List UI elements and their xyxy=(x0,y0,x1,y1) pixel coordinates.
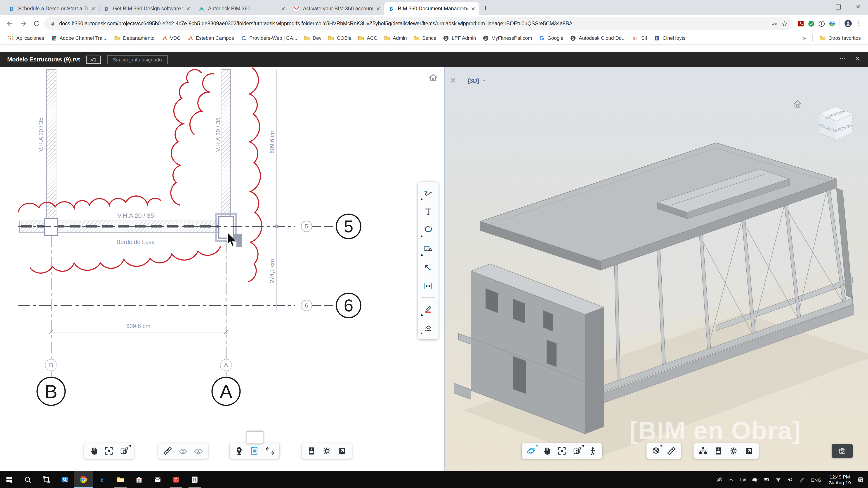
set-assignment-button[interactable]: Sin conjunto asignado xyxy=(107,55,168,64)
settings[interactable] xyxy=(726,444,741,458)
taskbar-app-c[interactable]: C xyxy=(167,471,185,488)
bookmark-3[interactable]: VDC xyxy=(158,33,183,43)
browser-tab-3[interactable]: Activate your BIM 360 account... xyxy=(289,2,384,15)
bookmark-2[interactable]: Departamento xyxy=(111,33,157,43)
browser-tab-1[interactable]: BGet BIM 360 Design software for xyxy=(99,2,194,15)
bookmark-12[interactable]: MyFitnessPal.com xyxy=(480,33,535,43)
view-cube[interactable]: SUPERIOR IZQUIERDA FRONTAL xyxy=(815,104,858,144)
cloud-tool[interactable] xyxy=(421,223,435,238)
measure-tool[interactable] xyxy=(160,444,175,458)
bookmark-16[interactable]: HCineHoyts xyxy=(651,33,688,43)
tab-close-icon[interactable] xyxy=(91,6,96,11)
taskbar-mail[interactable] xyxy=(148,471,167,488)
pdf-extension-icon[interactable] xyxy=(797,20,805,27)
people-icon[interactable] xyxy=(713,476,725,483)
battery-icon[interactable] xyxy=(761,476,772,483)
pen-icon[interactable] xyxy=(796,476,807,483)
tray-expand-icon[interactable] xyxy=(725,476,737,483)
tab-close-icon[interactable] xyxy=(471,6,475,11)
other-favorites-folder[interactable]: Otros favoritos xyxy=(817,33,864,43)
onedrive-icon[interactable] xyxy=(749,476,761,483)
wifi-icon[interactable] xyxy=(772,476,784,483)
model-browser[interactable] xyxy=(696,444,710,458)
taskbar-file-explorer[interactable] xyxy=(111,471,130,488)
close-window-button[interactable]: ✕ xyxy=(848,0,868,13)
2d-sheet-canvas[interactable]: 5 5 6 6 B B A xyxy=(0,67,444,471)
version-badge[interactable]: V1 xyxy=(86,55,101,64)
browser-tab-2[interactable]: Autodesk BIM 360 xyxy=(194,2,289,15)
settings[interactable] xyxy=(320,444,334,458)
taskbar-search-button[interactable] xyxy=(19,471,37,488)
bookmark-1[interactable]: Adobe Channel Trai... xyxy=(48,33,111,43)
appearance[interactable] xyxy=(191,444,206,458)
taskbar-revit[interactable]: R xyxy=(185,471,204,488)
fit-to-view[interactable] xyxy=(102,444,116,458)
bookmark-10[interactable]: Sence xyxy=(410,33,439,43)
pan-tool[interactable] xyxy=(86,444,101,458)
minimize-button[interactable] xyxy=(808,0,828,13)
bookmark-11[interactable]: LPF Admin xyxy=(440,33,479,43)
fill-style-tool[interactable] xyxy=(421,320,435,335)
section-tool[interactable] xyxy=(649,444,663,458)
view-selector[interactable]: {3D} xyxy=(467,77,487,84)
sphere-extension-icon[interactable] xyxy=(828,20,836,27)
first-person[interactable] xyxy=(585,444,600,458)
display-icon[interactable] xyxy=(737,476,749,483)
pan-tool[interactable] xyxy=(539,444,554,458)
taskbar-task-view-button[interactable] xyxy=(37,471,56,488)
volume-icon[interactable] xyxy=(784,476,796,483)
3d-model-canvas[interactable] xyxy=(445,67,868,471)
more-options-icon[interactable] xyxy=(839,55,846,64)
bookmark-5[interactable]: Providers-Web | CA... xyxy=(238,33,300,43)
bookmark-6[interactable]: Dev xyxy=(301,33,324,43)
bookmark-4[interactable]: Esteban Campos xyxy=(184,33,237,43)
reload-button[interactable] xyxy=(31,18,42,29)
bookmark-star-icon[interactable] xyxy=(781,20,788,27)
bookmark-13[interactable]: Google xyxy=(536,33,566,43)
action-center-icon[interactable] xyxy=(855,476,866,483)
bookmark-14[interactable]: Autodesk Cloud Do... xyxy=(567,33,628,43)
text-tool[interactable] xyxy=(421,205,435,219)
dimension-tool[interactable] xyxy=(421,279,435,293)
back-button[interactable] xyxy=(4,18,16,29)
pen-style-tool[interactable] xyxy=(421,302,435,316)
column-a5-selected[interactable] xyxy=(219,217,233,238)
close-document-icon[interactable] xyxy=(855,55,861,64)
home-view-icon[interactable] xyxy=(428,72,438,85)
browser-tab-0[interactable]: BSchedule a Demo or Start a Trial xyxy=(4,2,99,15)
compare-tool[interactable] xyxy=(263,444,277,458)
zoom-window[interactable] xyxy=(117,444,131,458)
bookmark-8[interactable]: ACC xyxy=(355,33,380,43)
measure-tool[interactable] xyxy=(664,444,679,458)
properties-panel[interactable] xyxy=(711,444,725,458)
hide-markups[interactable] xyxy=(176,444,190,458)
password-key-icon[interactable] xyxy=(771,20,778,27)
home-view-icon[interactable] xyxy=(792,98,803,111)
freehand-tool[interactable] xyxy=(421,186,435,201)
tab-close-icon[interactable] xyxy=(186,6,191,11)
forward-button[interactable] xyxy=(17,18,29,29)
browser-menu-icon[interactable] xyxy=(855,20,863,27)
check-extension-icon[interactable] xyxy=(807,20,815,27)
viewer-3d-pane[interactable]: {3D} SUPERIOR IZQUIERDA FRONTAL [BIM en … xyxy=(445,67,868,471)
maximize-button[interactable] xyxy=(828,0,848,13)
screenshot-button[interactable] xyxy=(832,444,852,458)
language-indicator[interactable]: ENG xyxy=(807,477,825,482)
taskbar-chrome[interactable] xyxy=(74,471,93,488)
zoom-window[interactable] xyxy=(570,444,585,458)
taskbar-microsoft-store[interactable] xyxy=(130,471,148,488)
viewer-2d-pane[interactable]: 5 5 6 6 B B A xyxy=(0,67,444,471)
bookmark-0[interactable]: Aplicaciones xyxy=(4,33,47,43)
fit-to-view[interactable] xyxy=(555,444,569,458)
taskbar-quick-assist[interactable] xyxy=(56,471,74,488)
info-extension-icon[interactable] xyxy=(818,20,826,27)
address-bar[interactable]: docs.b360.autodesk.com/projects/cc6495b0… xyxy=(44,17,794,30)
bookmark-15[interactable]: SiiSII xyxy=(629,33,650,43)
taskbar-clock[interactable]: 12:49 PM 24-Aug-19 xyxy=(825,474,855,486)
browser-tab-4[interactable]: BBIM 360 Document Management xyxy=(384,2,479,15)
tab-close-icon[interactable] xyxy=(376,6,381,11)
fullscreen[interactable] xyxy=(335,444,349,458)
profile-avatar[interactable] xyxy=(844,19,852,28)
orbit-tool[interactable] xyxy=(524,444,538,458)
url-text[interactable]: docs.b360.autodesk.com/projects/cc6495b0… xyxy=(59,21,767,26)
